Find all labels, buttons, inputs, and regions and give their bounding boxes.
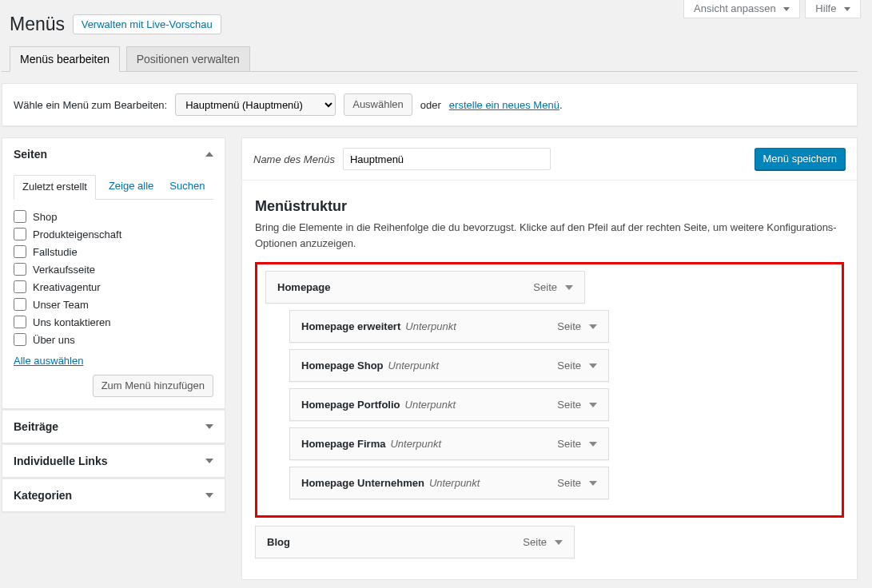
- chevron-down-icon: [205, 459, 213, 463]
- caret-down-icon: [844, 7, 850, 11]
- menu-item-title: Homepage Portfolio: [301, 399, 400, 411]
- pages-checklist: ShopProdukteigenschaftFallstudieVerkaufs…: [14, 208, 213, 348]
- page-checkbox[interactable]: [14, 210, 26, 223]
- menu-item-sublabel: Unterpunkt: [405, 399, 456, 411]
- page-checklist-label: Shop: [33, 211, 57, 223]
- page-checklist-label: Verkaufsseite: [33, 264, 95, 276]
- chevron-down-icon[interactable]: [589, 324, 597, 329]
- chevron-down-icon: [205, 493, 213, 498]
- screen-options-button[interactable]: Ansicht anpassen: [683, 0, 800, 18]
- menu-item-title: Homepage Firma: [301, 438, 385, 450]
- accordion-posts: Beiträge: [2, 409, 225, 443]
- accordion-custom-links-title: Individuelle Links: [14, 455, 107, 467]
- chevron-down-icon[interactable]: [565, 285, 573, 290]
- menu-item-type: Seite: [557, 320, 581, 332]
- page-checkbox[interactable]: [14, 263, 26, 276]
- page-checkbox[interactable]: [14, 245, 26, 258]
- page-checklist-label: Unser Team: [33, 299, 89, 311]
- create-new-menu-link[interactable]: erstelle ein neues Menü: [449, 99, 559, 111]
- page-checklist-item: Produkteigenschaft: [14, 225, 213, 243]
- subtab-view-all[interactable]: Zeige alle: [106, 175, 157, 199]
- menu-item[interactable]: Homepage UnternehmenUnterpunktSeite: [289, 467, 609, 499]
- accordion-posts-title: Beiträge: [14, 420, 58, 433]
- period: .: [559, 99, 563, 111]
- menu-selector-bar: Wähle ein Menü zum Bearbeiten: Hauptmenü…: [2, 83, 858, 126]
- page-checkbox[interactable]: [14, 333, 26, 346]
- menu-select-dropdown[interactable]: Hauptmenü (Hauptmenü): [175, 93, 336, 116]
- page-title: Menüs: [2, 6, 65, 38]
- page-checklist-label: Kreativagentur: [33, 281, 101, 293]
- add-to-menu-button[interactable]: Zum Menü hinzufügen: [93, 375, 213, 397]
- menu-item[interactable]: Homepage ShopUnterpunktSeite: [289, 349, 609, 382]
- subtab-recent[interactable]: Zuletzt erstellt: [14, 175, 96, 200]
- accordion-categories: Kategorien: [2, 478, 225, 512]
- help-label: Hilfe: [815, 2, 836, 14]
- accordion-posts-header[interactable]: Beiträge: [2, 410, 225, 443]
- live-preview-button[interactable]: Verwalten mit Live-Vorschau: [73, 14, 221, 34]
- or-text: oder: [420, 99, 441, 111]
- menu-item[interactable]: Homepage FirmaUnterpunktSeite: [289, 427, 609, 460]
- menu-item-title: Homepage erweitert: [301, 320, 400, 332]
- screen-options-label: Ansicht anpassen: [694, 2, 776, 14]
- tab-edit-menus[interactable]: Menüs bearbeiten: [10, 46, 120, 72]
- accordion-custom-links: Individuelle Links: [2, 443, 225, 478]
- chevron-up-icon: [205, 152, 213, 157]
- menu-item-sublabel: Unterpunkt: [429, 477, 480, 489]
- accordion-pages-title: Seiten: [14, 148, 47, 161]
- highlighted-menu-group: HomepageSeiteHomepage erweitertUnterpunk…: [255, 262, 844, 518]
- page-checkbox[interactable]: [14, 316, 26, 328]
- menu-item-type: Seite: [523, 536, 547, 548]
- menu-item-type: Seite: [557, 360, 581, 371]
- page-checklist-item: Unser Team: [14, 296, 213, 313]
- page-checklist-item: Shop: [14, 208, 213, 225]
- chevron-down-icon[interactable]: [555, 540, 563, 545]
- menu-edit-panel: Name des Menüs Menü speichern Menüstrukt…: [241, 137, 858, 580]
- menu-item[interactable]: BlogSeite: [255, 526, 575, 558]
- page-checkbox[interactable]: [14, 298, 26, 311]
- chevron-down-icon[interactable]: [589, 364, 597, 368]
- chevron-down-icon[interactable]: [589, 442, 597, 447]
- menu-item-title: Homepage Unternehmen: [301, 477, 424, 489]
- page-checklist-label: Fallstudie: [33, 246, 78, 258]
- page-checklist-label: Produkteigenschaft: [33, 228, 121, 240]
- caret-down-icon: [783, 7, 790, 11]
- menu-item-title: Homepage: [277, 281, 330, 293]
- page-checklist-item: Kreativagentur: [14, 278, 213, 296]
- help-button[interactable]: Hilfe: [805, 0, 861, 18]
- subtab-search[interactable]: Suchen: [166, 175, 208, 199]
- chevron-down-icon[interactable]: [589, 481, 597, 486]
- menu-header: Name des Menüs Menü speichern: [242, 138, 857, 181]
- menu-item-sublabel: Unterpunkt: [405, 320, 456, 332]
- page-checklist-item: Verkaufsseite: [14, 260, 213, 278]
- structure-heading: Menüstruktur: [255, 198, 844, 215]
- structure-help-text: Bring die Elemente in die Reihenfolge di…: [255, 220, 844, 251]
- accordion-pages-header[interactable]: Seiten: [2, 138, 225, 170]
- select-all-link[interactable]: Alle auswählen: [14, 355, 83, 367]
- page-checklist-item: Fallstudie: [14, 243, 213, 260]
- menu-item-type: Seite: [557, 438, 581, 450]
- page-checklist-label: Uns kontaktieren: [33, 316, 111, 328]
- menu-item-sublabel: Unterpunkt: [388, 360, 440, 371]
- menu-item[interactable]: Homepage PortfolioUnterpunktSeite: [289, 388, 609, 421]
- menu-item-type: Seite: [557, 399, 581, 411]
- menu-name-label: Name des Menüs: [253, 153, 335, 165]
- menu-item-type: Seite: [557, 477, 581, 489]
- nav-tabs: Menüs bearbeiten Positionen verwalten: [2, 46, 858, 72]
- page-checklist-item: Uns kontaktieren: [14, 313, 213, 331]
- accordion-categories-header[interactable]: Kategorien: [2, 479, 225, 511]
- accordion-categories-title: Kategorien: [14, 489, 72, 502]
- menu-name-input[interactable]: [343, 148, 551, 170]
- accordion-custom-links-header[interactable]: Individuelle Links: [2, 444, 225, 477]
- tab-manage-locations[interactable]: Positionen verwalten: [126, 46, 250, 71]
- save-menu-button[interactable]: Menü speichern: [755, 148, 846, 170]
- page-checklist-item: Über uns: [14, 331, 213, 348]
- page-checkbox[interactable]: [14, 280, 26, 293]
- accordion-pages: Seiten Zuletzt erstellt Zeige alle Suche…: [2, 137, 225, 409]
- select-menu-button[interactable]: Auswählen: [344, 93, 412, 116]
- menu-item[interactable]: Homepage erweitertUnterpunktSeite: [289, 310, 609, 343]
- page-checkbox[interactable]: [14, 228, 26, 240]
- chevron-down-icon[interactable]: [589, 403, 597, 407]
- pages-subtabs: Zuletzt erstellt Zeige alle Suchen: [14, 175, 213, 200]
- menu-item[interactable]: HomepageSeite: [265, 271, 585, 304]
- menu-item-title: Blog: [267, 536, 290, 548]
